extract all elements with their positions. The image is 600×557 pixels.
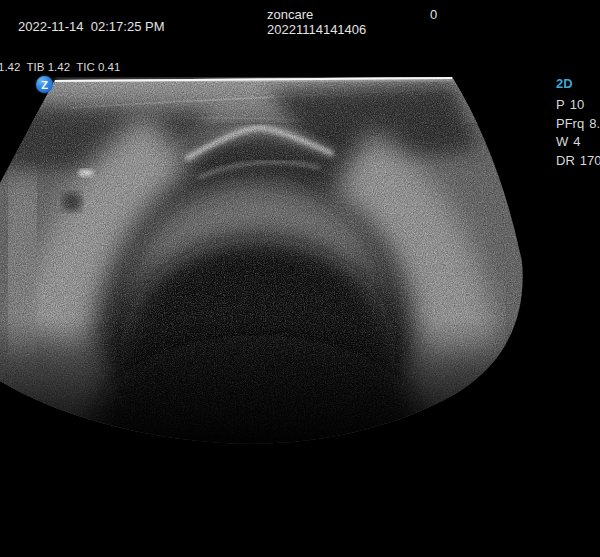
param-label: DR [556, 153, 575, 168]
imaging-parameters-panel: P 10 PFrq 8. W 4 DR 170 [556, 97, 600, 171]
brand-label: zoncare [267, 8, 313, 22]
mode-2d-label: 2D [556, 77, 573, 91]
acoustic-indices-label: 1.42 TIB 1.42 TIC 0.41 [0, 61, 120, 73]
datetime-label: 2022-11-14 02:17:25 PM [18, 20, 164, 34]
ultrasound-image [0, 0, 600, 557]
param-power: P 10 [556, 97, 600, 112]
ultrasound-screen: 2022-11-14 02:17:25 PM zoncare 202211141… [0, 0, 600, 557]
param-label: PFrq [556, 116, 584, 131]
param-value: 10 [570, 97, 584, 112]
param-label: W [556, 134, 568, 149]
param-w: W 4 [556, 134, 600, 149]
frame-counter: 0 [430, 8, 437, 22]
param-pfrq: PFrq 8. [556, 116, 600, 131]
param-value: 8. [589, 116, 600, 131]
zoncare-z-logo-icon: Z [36, 76, 53, 93]
param-dr: DR 170 [556, 153, 600, 168]
param-value: 170 [580, 153, 600, 168]
param-label: P [556, 97, 565, 112]
param-value: 4 [573, 134, 580, 149]
exam-id-label: 20221114141406 [267, 23, 366, 37]
